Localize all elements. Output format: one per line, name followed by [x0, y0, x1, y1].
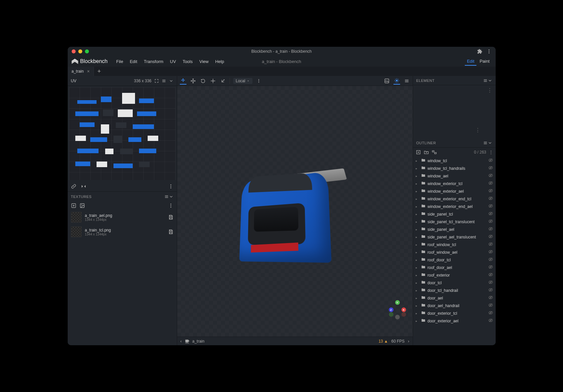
chevron-right-icon[interactable]: ▸ [416, 159, 419, 163]
kebab-icon[interactable]: ⋮ [484, 85, 496, 96]
visibility-icon[interactable] [488, 249, 493, 255]
extension-icon[interactable] [477, 49, 482, 54]
visibility-icon[interactable] [488, 280, 493, 286]
outliner-item[interactable]: ▸ roof_door_ael [413, 264, 496, 271]
chevron-right-icon[interactable]: ▸ [416, 258, 419, 262]
menu-transform[interactable]: Transform [141, 59, 167, 64]
save-icon[interactable] [168, 215, 174, 220]
visibility-icon[interactable] [488, 318, 493, 324]
close-tab-button[interactable]: × [87, 69, 90, 74]
background-icon[interactable] [384, 77, 390, 85]
add-cube-icon[interactable] [416, 150, 421, 155]
chevron-right-icon[interactable]: ▸ [416, 228, 419, 231]
visibility-icon[interactable] [488, 265, 493, 270]
chevron-right-icon[interactable]: ▸ [416, 289, 419, 292]
outliner-item[interactable]: ▸ door_tcl_handrail [413, 287, 496, 294]
transform-space-dropdown[interactable]: Local [233, 78, 253, 84]
kebab-menu-icon[interactable] [486, 49, 492, 54]
chevron-right-icon[interactable]: ▸ [416, 243, 419, 246]
chevron-right-icon[interactable]: ▸ [416, 220, 419, 224]
kebab-icon[interactable] [256, 78, 262, 84]
visibility-icon[interactable] [488, 234, 493, 240]
visibility-icon[interactable] [488, 158, 493, 163]
mode-paint[interactable]: Paint [478, 57, 492, 66]
close-window-button[interactable] [72, 49, 76, 53]
outliner-item[interactable]: ▸ side_panel_ael [413, 226, 496, 233]
outliner-item[interactable]: ▸ door_ael [413, 294, 496, 302]
chevron-right-icon[interactable]: ▸ [416, 197, 419, 201]
outliner-item[interactable]: ▸ door_ael_handrail [413, 302, 496, 309]
chevron-right-icon[interactable]: ▸ [416, 319, 419, 323]
add-group-icon[interactable] [424, 150, 429, 155]
chevron-right-icon[interactable]: › [408, 339, 409, 344]
menu-lines-icon[interactable] [483, 78, 488, 83]
outliner-item[interactable]: ▸ side_panel_ael_translucent [413, 233, 496, 241]
kebab-icon[interactable] [168, 203, 174, 208]
axis-gizmo[interactable]: Y X Z [387, 300, 407, 320]
outliner-item[interactable]: ▸ window_ael [413, 172, 496, 180]
kebab-icon[interactable]: ⋮ [472, 125, 484, 135]
fullscreen-icon[interactable] [154, 79, 159, 83]
visibility-icon[interactable] [488, 173, 493, 179]
menu-uv[interactable]: UV [167, 59, 179, 64]
menu-lines-icon[interactable] [483, 141, 488, 145]
outliner-item[interactable]: ▸ window_tcl_handrails [413, 164, 496, 172]
create-texture-icon[interactable] [80, 203, 85, 208]
add-tab-button[interactable]: + [94, 68, 104, 75]
outliner-item[interactable]: ▸ window_exterior_end_tcl [413, 195, 496, 203]
menu-view[interactable]: View [196, 59, 212, 64]
visibility-icon[interactable] [488, 310, 493, 316]
mirror-icon[interactable] [81, 184, 86, 189]
chevron-right-icon[interactable]: ▸ [416, 312, 419, 315]
chevron-right-icon[interactable]: ▸ [416, 213, 419, 216]
visibility-icon[interactable] [488, 219, 493, 225]
vertex-snap-icon[interactable] [220, 78, 226, 84]
chevron-right-icon[interactable]: ▸ [416, 182, 419, 185]
visibility-icon[interactable] [488, 242, 493, 247]
viewport-3d[interactable]: Y X Z [177, 86, 413, 337]
mode-edit[interactable]: Edit [465, 57, 476, 66]
menu-lines-icon[interactable] [403, 77, 410, 85]
chevron-right-icon[interactable]: ▸ [416, 304, 419, 307]
outliner-item[interactable]: ▸ window_tcl [413, 157, 496, 164]
menu-tools[interactable]: Tools [179, 59, 196, 64]
minimize-window-button[interactable] [78, 49, 82, 53]
warning-count[interactable]: 13 ▲ [379, 339, 388, 344]
outliner-item[interactable]: ▸ door_exterior_ael [413, 317, 496, 325]
pivot-tool-icon[interactable] [210, 78, 216, 84]
chevron-right-icon[interactable]: ▸ [416, 251, 419, 254]
menu-edit[interactable]: Edit [126, 59, 140, 64]
shading-icon[interactable] [393, 77, 400, 85]
outliner-item[interactable]: ▸ roof_window_ael [413, 248, 496, 256]
visibility-icon[interactable] [488, 227, 493, 232]
visibility-icon[interactable] [488, 196, 493, 202]
uv-preview[interactable] [69, 87, 176, 180]
chevron-down-icon[interactable] [169, 194, 174, 199]
visibility-icon[interactable] [488, 204, 493, 209]
chevron-right-icon[interactable]: ▸ [416, 205, 419, 208]
visibility-icon[interactable] [488, 257, 493, 263]
chevron-down-icon[interactable] [169, 79, 174, 83]
outliner-item[interactable]: ▸ side_panel_tcl [413, 210, 496, 218]
visibility-icon[interactable] [488, 295, 493, 301]
outliner-item[interactable]: ▸ roof_door_tcl [413, 256, 496, 264]
chevron-right-icon[interactable]: ▸ [416, 174, 419, 178]
chevron-down-icon[interactable] [488, 141, 492, 145]
visibility-icon[interactable] [488, 303, 493, 308]
chevron-right-icon[interactable]: ▸ [416, 235, 419, 239]
kebab-icon[interactable] [168, 184, 174, 189]
visibility-icon[interactable] [488, 188, 493, 194]
visibility-icon[interactable] [488, 272, 493, 278]
save-icon[interactable] [168, 229, 174, 234]
chevron-right-icon[interactable]: ▸ [416, 274, 419, 277]
chevron-left-icon[interactable]: ‹ [180, 339, 182, 344]
chevron-right-icon[interactable]: ▸ [416, 296, 419, 300]
kebab-icon[interactable]: ⋮ [489, 150, 493, 155]
outliner-item[interactable]: ▸ window_exterior_tcl [413, 180, 496, 187]
menu-lines-icon[interactable] [164, 194, 169, 199]
visibility-icon[interactable] [488, 211, 493, 217]
chevron-right-icon[interactable]: ▸ [416, 167, 419, 170]
move-tool-icon[interactable] [180, 77, 186, 85]
link-icon[interactable] [71, 184, 76, 189]
chevron-down-icon[interactable] [488, 78, 492, 83]
